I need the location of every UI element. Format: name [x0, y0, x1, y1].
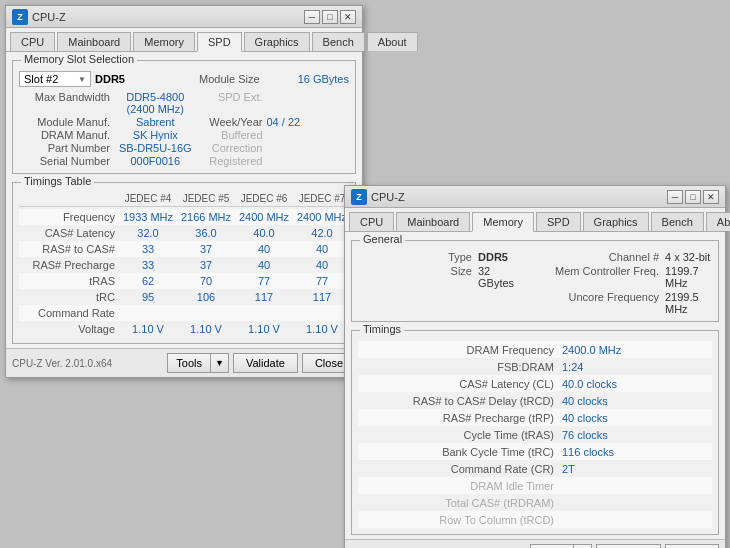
timing-cell: 1.10 V — [293, 323, 351, 335]
timing-cell: 42.0 — [293, 227, 351, 239]
timing-row: Command Rate — [19, 305, 349, 321]
timing-cell: 37 — [177, 259, 235, 271]
minimize-btn-2[interactable]: ─ — [667, 190, 683, 204]
slot-dropdown[interactable]: Slot #2 ▼ — [19, 71, 91, 87]
timing-cell: 33 — [119, 259, 177, 271]
timing-label: Command Rate — [19, 307, 119, 319]
tab-about-2[interactable]: About — [706, 212, 730, 231]
general-group: General Type DDR5 Channel # 4 x 32-bit S… — [351, 240, 719, 322]
tab-spd-2[interactable]: SPD — [536, 212, 581, 231]
timing-value: 1:24 — [562, 361, 708, 373]
timing-value: 40.0 clocks — [562, 378, 708, 390]
registered-label: Registered — [197, 155, 267, 167]
buffered-value — [267, 129, 350, 141]
title-bar-1: Z CPU-Z ─ □ ✕ — [6, 6, 362, 28]
timing-row: DRAM Idle Timer — [358, 477, 712, 494]
dram-manuf-label: DRAM Manuf. — [19, 129, 114, 141]
timing-row: tRAS62707777 — [19, 273, 349, 289]
timings-table: Frequency1933 MHz2166 MHz2400 MHz2400 MH… — [19, 209, 349, 337]
timing-label: DRAM Idle Timer — [362, 480, 562, 492]
tab-mainboard-1[interactable]: Mainboard — [57, 32, 131, 51]
timing-label: Bank Cycle Time (tRC) — [362, 446, 562, 458]
timing-row: Bank Cycle Time (tRC)116 clocks — [358, 443, 712, 460]
registered-value — [267, 155, 350, 167]
timing-row: Cycle Time (tRAS)76 clocks — [358, 426, 712, 443]
tools-btn-2[interactable]: Tools — [530, 544, 573, 548]
timing-label: Row To Column (tRCD) — [362, 514, 562, 526]
timing-row: RAS# to CAS#33374040 — [19, 241, 349, 257]
timing-label: Voltage — [19, 323, 119, 335]
maximize-btn-2[interactable]: □ — [685, 190, 701, 204]
channel-label: Channel # — [525, 251, 665, 263]
title-bar-2: Z CPU-Z ─ □ ✕ — [345, 186, 725, 208]
size-value: 32 GBytes — [478, 265, 525, 289]
serial-number-label: Serial Number — [19, 155, 114, 167]
version-1: CPU-Z Ver. 2.01.0.x64 — [12, 358, 163, 369]
timing-row: Total CAS# (tRDRAM) — [358, 494, 712, 511]
correction-label: Correction — [197, 142, 267, 154]
timing-cell: 2400 MHz — [293, 211, 351, 223]
tools-arrow-btn-2[interactable]: ▼ — [573, 544, 592, 548]
footer-2: CPU-Z Ver. 2.01.0.x64 Tools ▼ Validate C… — [345, 539, 725, 548]
timing-cell: 77 — [235, 275, 293, 287]
tab-memory-2[interactable]: Memory — [472, 212, 534, 232]
close-btn-2[interactable]: ✕ — [703, 190, 719, 204]
col-jedec7: JEDEC #7 — [293, 193, 351, 204]
timing-label: RAS# to CAS# Delay (tRCD) — [362, 395, 562, 407]
week-year-value: 04 / 22 — [267, 116, 350, 128]
buffered-label: Buffered — [197, 129, 267, 141]
timing-row: FSB:DRAM1:24 — [358, 358, 712, 375]
minimize-btn-1[interactable]: ─ — [304, 10, 320, 24]
timing-cell: 32.0 — [119, 227, 177, 239]
tab-about-1[interactable]: About — [367, 32, 418, 51]
timing-value: 40 clocks — [562, 395, 708, 407]
timing-row: Command Rate (CR)2T — [358, 460, 712, 477]
timings-table-2: DRAM Frequency2400.0 MHzFSB:DRAM1:24CAS#… — [358, 341, 712, 528]
correction-value — [267, 142, 350, 154]
timing-value: 2400.0 MHz — [562, 344, 708, 356]
tab-bar-1: CPU Mainboard Memory SPD Graphics Bench … — [6, 28, 362, 52]
mem-ctrl-label: Mem Controller Freq. — [525, 265, 665, 289]
timing-cell: 106 — [177, 291, 235, 303]
close-window-btn-2[interactable]: Close — [665, 544, 719, 548]
col-jedec6: JEDEC #6 — [235, 193, 293, 204]
timing-cell: 62 — [119, 275, 177, 287]
window-title-1: CPU-Z — [32, 11, 304, 23]
timing-cell: 37 — [177, 243, 235, 255]
memory-slot-group: Memory Slot Selection Slot #2 ▼ DDR5 Mod… — [12, 60, 356, 174]
spd-ext-value — [267, 91, 350, 115]
tab-bench-1[interactable]: Bench — [312, 32, 365, 51]
timing-cell: 77 — [293, 275, 351, 287]
timing-label: DRAM Frequency — [362, 344, 562, 356]
tab-mainboard-2[interactable]: Mainboard — [396, 212, 470, 231]
dropdown-arrow: ▼ — [78, 75, 86, 84]
timings-title: Timings Table — [21, 175, 94, 187]
window-controls-1: ─ □ ✕ — [304, 10, 356, 24]
close-btn-1[interactable]: ✕ — [340, 10, 356, 24]
tab-bench-2[interactable]: Bench — [651, 212, 704, 231]
tab-spd-1[interactable]: SPD — [197, 32, 242, 52]
validate-btn-1[interactable]: Validate — [233, 353, 298, 373]
timing-row: Voltage1.10 V1.10 V1.10 V1.10 V — [19, 321, 349, 337]
timing-label: Command Rate (CR) — [362, 463, 562, 475]
timing-label: RAS# Precharge — [19, 259, 119, 271]
tab-memory-1[interactable]: Memory — [133, 32, 195, 51]
tab-cpu-1[interactable]: CPU — [10, 32, 55, 51]
maximize-btn-1[interactable]: □ — [322, 10, 338, 24]
timing-cell: 117 — [293, 291, 351, 303]
part-number-label: Part Number — [19, 142, 114, 154]
timings-group: Timings Table JEDEC #4 JEDEC #5 JEDEC #6… — [12, 182, 356, 344]
dram-manuf-value: SK Hynix — [114, 129, 197, 141]
tab-graphics-2[interactable]: Graphics — [583, 212, 649, 231]
tools-btn-1[interactable]: Tools — [167, 353, 210, 373]
tab-cpu-2[interactable]: CPU — [349, 212, 394, 231]
tab-graphics-1[interactable]: Graphics — [244, 32, 310, 51]
channel-value: 4 x 32-bit — [665, 251, 712, 263]
timing-cell: 1.10 V — [177, 323, 235, 335]
col-jedec5: JEDEC #5 — [177, 193, 235, 204]
window-memory: Z CPU-Z ─ □ ✕ CPU Mainboard Memory SPD G… — [344, 185, 726, 548]
tools-arrow-btn-1[interactable]: ▼ — [210, 353, 229, 373]
module-size-label: Module Size — [199, 73, 260, 85]
validate-btn-2[interactable]: Validate — [596, 544, 661, 548]
timing-cell: 40 — [293, 243, 351, 255]
